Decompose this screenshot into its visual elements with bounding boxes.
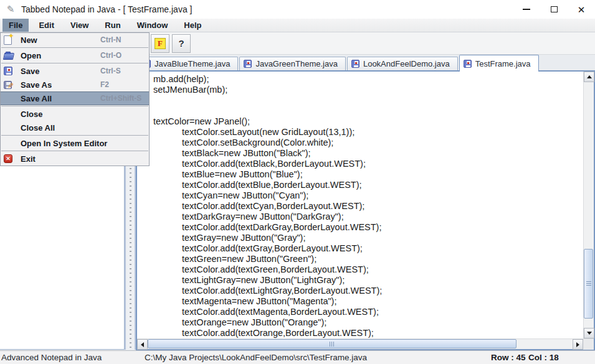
menu-icon-box: ✕: [4, 153, 19, 164]
menu-item-new[interactable]: NewCtrl-N: [1, 33, 149, 47]
code-line: textGray=new JButton("Gray");: [153, 233, 583, 243]
horizontal-scrollbar[interactable]: [137, 338, 594, 349]
menu-item-close[interactable]: Close: [1, 107, 149, 121]
tab-javabluetheme-java[interactable]: JavaBlueTheme.java: [138, 57, 238, 70]
help-button[interactable]: ?: [172, 34, 191, 53]
menu-item-accelerator: F2: [100, 80, 109, 89]
none: [4, 110, 12, 118]
code-line: textOrange=new JButton("Orange");: [153, 317, 583, 328]
menu-item-exit[interactable]: ✕Exit: [1, 152, 149, 166]
code-line: [153, 106, 583, 116]
menu-item-accelerator: Ctrl-O: [100, 51, 121, 60]
tab-label: JavaGreenTheme.java: [255, 59, 338, 68]
code-line: textColor.setBackground(Color.white);: [153, 138, 583, 148]
status-app-name: Advanced Notepad in Java: [1, 353, 102, 362]
editor-box: mb.add(help);setJMenuBar(mb); textColor=…: [136, 70, 595, 350]
none: [4, 123, 12, 132]
menu-item-label: Close All: [21, 123, 55, 133]
code-line: textColor.setLayout(new GridLayout(13,1)…: [153, 127, 583, 138]
code-line: mb.add(help);: [153, 74, 583, 85]
menu-item-save-all[interactable]: Save AllCtrl+Shift-S: [1, 91, 149, 105]
menu-icon-box: [4, 79, 19, 90]
font-button[interactable]: F: [151, 34, 169, 53]
code-line: textColor.add(textGreen,BorderLayout.WES…: [153, 264, 583, 275]
code-line: setJMenuBar(mb);: [153, 85, 583, 95]
code-line: textGreen=new JButton("Green");: [153, 254, 583, 264]
menu-icon-box: [4, 108, 19, 119]
tab-label: JavaBlueTheme.java: [155, 59, 230, 68]
code-line: textBlack=new JButton("Black");: [153, 148, 583, 159]
arrow-down-icon: [587, 332, 592, 335]
code-editor[interactable]: mb.add(help);setJMenuBar(mb); textColor=…: [137, 72, 583, 338]
menu-item-label: Save All: [21, 94, 52, 103]
menu-item-label: Open: [21, 51, 41, 60]
horizontal-scroll-thumb[interactable]: [148, 339, 516, 348]
code-line: textMagenta=new JButton("Magenta");: [153, 296, 583, 307]
code-line: textColor.add(textOrange,BorderLayout.WE…: [153, 328, 583, 338]
scrollbar-corner: [583, 339, 594, 350]
arrow-right-icon: [576, 342, 579, 347]
code-line: textColor.add(textGray,BorderLayout.WEST…: [153, 243, 583, 254]
menu-item-open-in-system-editor[interactable]: Open In System Editor: [1, 136, 149, 150]
scroll-right-button[interactable]: [573, 339, 583, 350]
menu-icon-box: [4, 122, 19, 133]
code-line: textColor.add(textBlack,BorderLayout.WES…: [153, 159, 583, 169]
maximize-icon: [551, 6, 558, 12]
menubar-item-help[interactable]: Help: [178, 19, 207, 32]
code-line: textColor.add(textBlue,BorderLayout.WEST…: [153, 180, 583, 190]
tab-label: TestFrame.java: [475, 59, 531, 68]
menu-item-label: Save: [21, 67, 39, 76]
open-folder-icon: [3, 53, 14, 60]
menu-item-save[interactable]: SaveCtrl-S: [1, 64, 149, 78]
status-col-indicator: Col : 18: [528, 353, 559, 362]
menu-item-accelerator: Ctrl-S: [100, 67, 121, 75]
file-menu-dropdown: NewCtrl-NOpenCtrl-OSaveCtrl-SSave AsF2Sa…: [0, 32, 150, 166]
none: [4, 139, 12, 147]
code-line: textColor.add(textMagenta,BorderLayout.W…: [153, 307, 583, 317]
menubar-item-view[interactable]: View: [64, 19, 95, 32]
menu-item-label: Open In System Editor: [21, 139, 107, 148]
menubar-item-edit[interactable]: Edit: [32, 19, 60, 32]
code-line: [153, 95, 583, 106]
app-pencil-icon: ✎: [5, 4, 16, 15]
maximize-button[interactable]: [540, 0, 568, 19]
menu-item-accelerator: Ctrl-N: [100, 35, 121, 44]
menu-item-open[interactable]: OpenCtrl-O: [1, 49, 149, 62]
scroll-up-button[interactable]: [584, 72, 594, 82]
menu-item-save-as[interactable]: Save AsF2: [1, 78, 149, 91]
menu-item-label: Close: [21, 110, 42, 119]
menubar-item-file[interactable]: File: [2, 19, 29, 32]
arrow-up-icon: [587, 75, 592, 78]
new-document-icon: [4, 35, 12, 45]
application-window: ✎ Tabbed Notepad in Java - [ TestFrame.j…: [0, 0, 595, 364]
code-line: textBlue=new JButton("Blue");: [153, 169, 583, 180]
close-icon: ✕: [578, 5, 586, 14]
menubar-item-run[interactable]: Run: [98, 19, 126, 32]
none: [4, 94, 12, 103]
floppy-icon: [464, 60, 472, 68]
vertical-scrollbar[interactable]: [583, 72, 594, 338]
title-bar: ✎ Tabbed Notepad in Java - [ TestFrame.j…: [0, 0, 595, 19]
vertical-scroll-track[interactable]: [584, 82, 594, 328]
menu-item-label: New: [21, 35, 37, 45]
vertical-scroll-thumb[interactable]: [584, 249, 593, 319]
menu-icon-box: [4, 65, 19, 77]
tab-testframe-java[interactable]: TestFrame.java: [459, 55, 539, 72]
scroll-down-button[interactable]: [584, 328, 594, 338]
arrow-left-icon: [141, 342, 144, 347]
menu-item-close-all[interactable]: Close All: [1, 121, 149, 134]
code-line: textColor.add(textDarkGray,BorderLayout.…: [153, 222, 583, 233]
scroll-left-button[interactable]: [137, 339, 148, 350]
close-button[interactable]: ✕: [568, 0, 595, 19]
save-as-icon: [4, 81, 12, 89]
menubar-item-window[interactable]: Window: [131, 19, 174, 32]
code-line: textColor=new JPanel();: [153, 116, 583, 127]
minimize-button[interactable]: [513, 0, 540, 19]
tab-javagreentheme-java[interactable]: JavaGreenTheme.java: [239, 57, 346, 70]
save-floppy-icon: [4, 67, 12, 75]
code-line: textDarkGray=new JButton("DarkGray");: [153, 212, 583, 222]
floppy-icon: [244, 60, 252, 68]
horizontal-scroll-track[interactable]: [148, 339, 573, 349]
tab-lookandfeeldemo-java[interactable]: LookAndFeelDemo.java: [347, 57, 458, 70]
menu-item-accelerator: Ctrl+Shift-S: [100, 94, 141, 103]
